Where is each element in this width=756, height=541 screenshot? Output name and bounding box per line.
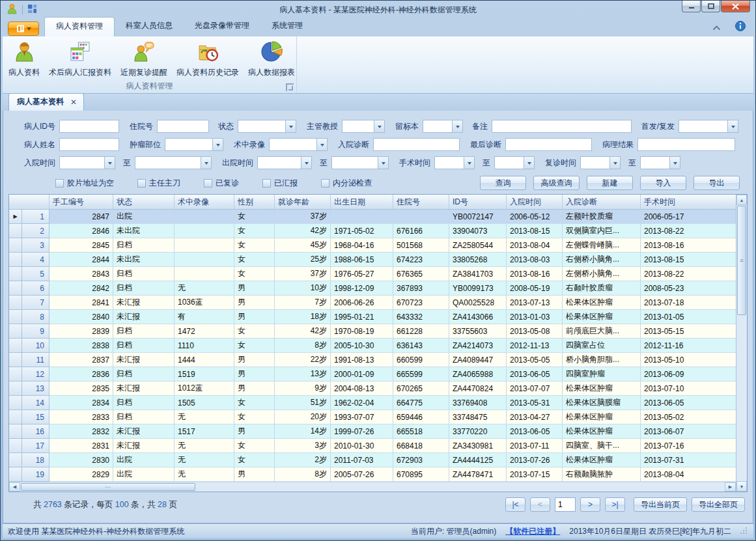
filter-combo[interactable] xyxy=(257,156,312,169)
filter-input[interactable] xyxy=(59,120,119,133)
filter-combo[interactable] xyxy=(342,120,385,133)
grid-column-header[interactable]: 术中录像 xyxy=(175,195,234,209)
filter-combo[interactable] xyxy=(640,156,680,169)
table-row[interactable]: 142834归档1505女51岁1962-02-0466477533769408… xyxy=(9,396,736,410)
action-button-2[interactable]: 高级查询 xyxy=(533,176,580,190)
ribbon-tab-1[interactable]: 病人资料管理 xyxy=(44,17,115,36)
next-page-button[interactable]: > xyxy=(580,497,600,512)
table-row[interactable]: 182830出院无女2岁2011-07-03672903ZA4444125201… xyxy=(9,453,736,467)
table-row[interactable]: 172831未汇报无女3岁2010-01-30668418ZA343098120… xyxy=(9,439,736,453)
filter-combo[interactable] xyxy=(59,156,115,169)
checkbox-option-3[interactable]: 已复诊 xyxy=(204,178,239,189)
filter-input[interactable] xyxy=(492,120,632,133)
group-dialog-launcher-icon[interactable] xyxy=(286,83,294,91)
filter-input[interactable] xyxy=(505,138,592,151)
filter-input[interactable] xyxy=(373,138,460,151)
close-button[interactable] xyxy=(721,1,750,12)
grid-column-header[interactable]: 手工编号 xyxy=(49,195,113,209)
table-row[interactable]: 112837未汇报1444男22岁1991-08-13660599ZA40894… xyxy=(9,353,736,367)
filter-combo[interactable] xyxy=(135,156,212,169)
combo-dropdown-icon[interactable] xyxy=(301,157,311,169)
filter-combo[interactable] xyxy=(269,138,328,151)
checkbox-option-1[interactable]: 胶片地址为空 xyxy=(55,178,114,189)
first-page-button[interactable]: |< xyxy=(505,497,525,512)
grid-column-header[interactable]: 住院号 xyxy=(393,195,449,209)
table-row[interactable]: 32845归档女45岁1968-04-16501568ZA25805442013… xyxy=(9,238,736,253)
last-page-button[interactable]: >| xyxy=(605,497,625,512)
action-button-3[interactable]: 新建 xyxy=(587,176,633,190)
combo-dropdown-icon[interactable] xyxy=(201,157,211,169)
ribbon-button-data-report-pie[interactable]: 病人数据报表 xyxy=(244,38,300,81)
ribbon-button-history-folder-clock[interactable]: 病人资料历史记录 xyxy=(172,38,244,81)
ribbon-tab-3[interactable]: 光盘录像带管理 xyxy=(184,17,260,36)
combo-dropdown-icon[interactable] xyxy=(378,157,388,169)
combo-dropdown-icon[interactable] xyxy=(609,157,620,169)
action-button-1[interactable]: 查询 xyxy=(480,176,526,190)
grid-column-header[interactable]: 手术时间 xyxy=(641,195,738,209)
vertical-scroll-thumb[interactable]: ≡ xyxy=(737,206,746,315)
maximize-button[interactable] xyxy=(701,1,720,12)
horizontal-scroll-thumb[interactable]: ⋯ xyxy=(21,483,195,491)
scroll-up-icon[interactable]: ▲ xyxy=(736,195,747,205)
combo-dropdown-icon[interactable] xyxy=(452,120,462,132)
document-tab-patient-basic-info[interactable]: 病人基本资料 ✕ xyxy=(8,93,84,111)
export-all-pages-button[interactable]: 导出全部页 xyxy=(692,497,745,512)
table-row[interactable]: 162832未汇报1517男14岁1999-07-266655183377022… xyxy=(9,424,736,439)
combo-dropdown-icon[interactable] xyxy=(212,139,223,150)
table-row[interactable]: 72841未汇报1036蓝男7岁2006-06-26670723QA002552… xyxy=(9,296,736,310)
export-current-page-button[interactable]: 导出当前页 xyxy=(634,497,687,512)
grid-column-header[interactable]: 就诊年龄 xyxy=(275,195,331,209)
grid-column-header[interactable]: 入院时间 xyxy=(507,195,563,209)
checkbox-icon[interactable] xyxy=(55,179,64,187)
filter-combo[interactable] xyxy=(238,120,296,133)
grid-column-header[interactable]: 性别 xyxy=(234,195,275,209)
filter-combo[interactable] xyxy=(679,120,738,133)
checkbox-option-5[interactable]: 内分泌检查 xyxy=(321,178,372,189)
table-row[interactable]: 42844未出院女25岁1988-06-15674223338052682013… xyxy=(9,253,736,267)
application-menu-button[interactable] xyxy=(8,21,39,36)
scroll-down-icon[interactable]: ▼ xyxy=(736,481,747,492)
combo-dropdown-icon[interactable] xyxy=(524,157,534,169)
combo-dropdown-icon[interactable] xyxy=(285,120,296,132)
combo-dropdown-icon[interactable] xyxy=(464,157,474,169)
table-row[interactable]: 82840未汇报有男18岁1995-01-21643332ZA414306620… xyxy=(9,310,736,324)
table-row[interactable]: 192829出院无男8岁2005-07-26670895ZA4478471201… xyxy=(9,467,736,482)
ribbon-tab-2[interactable]: 科室人员信息 xyxy=(115,17,184,36)
checkbox-icon[interactable] xyxy=(204,179,212,187)
table-row[interactable]: 122836归档1519男13岁2000-01-09665599ZA406598… xyxy=(9,367,736,381)
minimize-button[interactable] xyxy=(682,1,701,12)
help-info-icon[interactable] xyxy=(735,21,746,34)
page-number-input[interactable] xyxy=(555,497,576,512)
collapse-ribbon-icon[interactable] xyxy=(712,21,721,33)
combo-dropdown-icon[interactable] xyxy=(374,120,384,132)
horizontal-scrollbar[interactable]: ◀ ⋯ ▶ xyxy=(9,482,736,492)
table-row[interactable]: 22846未出院女42岁1971-05-02676166339040732013… xyxy=(9,224,736,238)
checkbox-option-2[interactable]: 主任主刀 xyxy=(137,178,180,189)
grid-column-header[interactable]: 状态 xyxy=(113,195,175,209)
filter-combo[interactable] xyxy=(165,138,223,151)
checkbox-icon[interactable] xyxy=(262,179,271,187)
table-row[interactable]: 102838归档1110女8岁2005-10-30636143ZA4214073… xyxy=(9,339,736,353)
vertical-scrollbar[interactable]: ▲ ≡ ▼ xyxy=(736,195,747,492)
software-registered-link[interactable]: 【软件已注册】 xyxy=(505,526,560,537)
table-row[interactable]: 62842归档无男10岁1998-12-09367893YB0099173200… xyxy=(9,281,736,296)
grid-column-header[interactable]: ID号 xyxy=(449,195,507,209)
filter-input[interactable] xyxy=(59,138,119,151)
document-tab-close-icon[interactable]: ✕ xyxy=(70,99,77,105)
combo-dropdown-icon[interactable] xyxy=(316,139,327,150)
filter-combo[interactable] xyxy=(580,156,621,169)
combo-dropdown-icon[interactable] xyxy=(727,120,738,132)
ribbon-button-revisit-reminder-chat[interactable]: 近期复诊提醒 xyxy=(116,38,172,81)
filter-input[interactable] xyxy=(157,120,209,133)
action-button-5[interactable]: 导出 xyxy=(693,176,740,190)
combo-dropdown-icon[interactable] xyxy=(669,157,680,169)
grid-column-header[interactable]: 出生日期 xyxy=(331,195,393,209)
table-row[interactable]: 92839归档1472女42岁1970-08-19661228337556032… xyxy=(9,324,736,339)
filter-combo[interactable] xyxy=(331,156,389,169)
table-row[interactable]: ▶12847出院女37岁YB00721472006-05-12左额叶胶质瘤200… xyxy=(9,210,736,224)
ribbon-tab-4[interactable]: 系统管理 xyxy=(260,17,314,36)
action-button-4[interactable]: 导入 xyxy=(640,176,686,190)
checkbox-icon[interactable] xyxy=(137,179,146,187)
table-row[interactable]: 132835未汇报1012蓝男9岁2004-08-13670265ZA44708… xyxy=(9,381,736,396)
quick-access-layout-icon[interactable] xyxy=(27,4,37,16)
